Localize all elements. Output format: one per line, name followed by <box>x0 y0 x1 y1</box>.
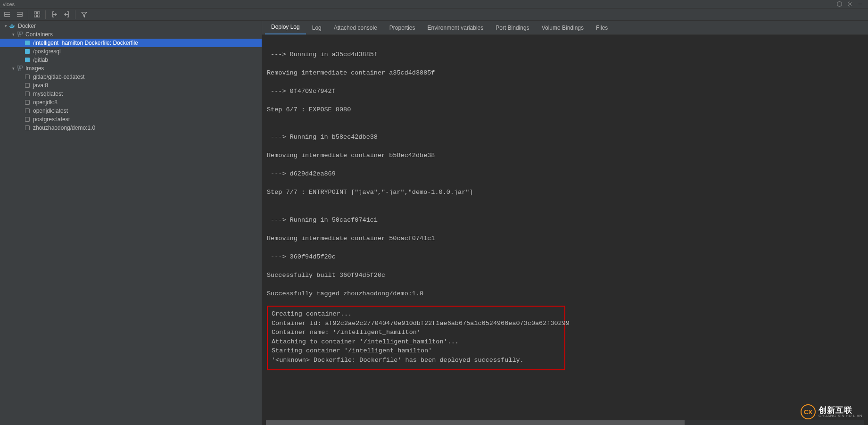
minimize-icon[interactable] <box>857 1 863 8</box>
tab-label: Deploy Log <box>271 24 300 30</box>
svg-rect-10 <box>20 66 23 68</box>
svg-point-1 <box>849 3 851 5</box>
tree-label: /gitlab <box>33 57 48 63</box>
tab-label: Volume Bindings <box>542 25 584 31</box>
watermark-logo-text: CX <box>804 408 812 416</box>
services-tree: ▾ Docker ▾ Containers /intelligent <box>0 21 262 132</box>
tab-label: Attached console <box>334 25 377 31</box>
svg-rect-5 <box>37 15 40 17</box>
svg-rect-9 <box>17 66 20 68</box>
tree-node-images[interactable]: ▾ Images <box>0 64 262 73</box>
tab-label: Environment variables <box>428 25 484 31</box>
tree-item-container[interactable]: /postgresql <box>0 47 262 56</box>
tree-item-container[interactable]: /gitlab <box>0 56 262 64</box>
tree-item-image[interactable]: openjdk:8 <box>0 98 262 107</box>
tree-label: openjdk:8 <box>33 99 58 106</box>
tree-label: openjdk:latest <box>33 108 68 114</box>
watermark-main: 创新互联 <box>818 406 862 414</box>
tree-label: Containers <box>25 31 53 38</box>
chevron-down-icon: ▾ <box>10 66 16 71</box>
tree-label: /postgresql <box>33 48 61 55</box>
container-icon <box>24 56 31 64</box>
tabs-bar: Deploy Log Log Attached console Properti… <box>262 21 868 35</box>
layout-right-icon[interactable] <box>14 9 25 20</box>
tree-label: mysql:latest <box>33 91 63 97</box>
bracket-left-icon[interactable] <box>49 9 59 20</box>
container-icon <box>24 48 31 55</box>
image-icon <box>24 116 31 123</box>
svg-rect-4 <box>34 15 36 17</box>
tree-item-image[interactable]: java:8 <box>0 81 262 90</box>
window-title: vices <box>3 1 15 7</box>
svg-rect-3 <box>37 12 40 14</box>
toolbar-separator <box>45 10 46 19</box>
layout-split-icon[interactable] <box>32 9 42 20</box>
tree-item-image[interactable]: zhouzhaodong/demo:1.0 <box>0 124 262 132</box>
gear-icon[interactable] <box>846 1 853 8</box>
tree-label: postgres:latest <box>33 116 70 123</box>
tab-properties[interactable]: Properties <box>383 21 422 34</box>
tab-label: Port Bindings <box>496 25 529 31</box>
dial-icon[interactable] <box>836 1 843 8</box>
tree-node-docker[interactable]: ▾ Docker <box>0 22 262 30</box>
tree-node-containers[interactable]: ▾ Containers <box>0 30 262 39</box>
tree-label: java:8 <box>33 82 48 89</box>
tab-label: Files <box>596 25 608 31</box>
tab-attached-console[interactable]: Attached console <box>328 21 383 34</box>
tab-port-bindings[interactable]: Port Bindings <box>489 21 535 34</box>
tab-volume-bindings[interactable]: Volume Bindings <box>536 21 590 34</box>
horizontal-scrollbar[interactable] <box>266 420 864 425</box>
tab-env-vars[interactable]: Environment variables <box>422 21 490 34</box>
tab-log[interactable]: Log <box>306 21 328 34</box>
deploy-log-panel[interactable]: ---> Running in a35cd4d3885f Removing in… <box>262 35 868 420</box>
chevron-down-icon: ▾ <box>3 24 8 28</box>
tree-label: gitlab/gitlab-ce:latest <box>33 74 84 80</box>
toolbar-separator <box>28 10 28 19</box>
content-area: Deploy Log Log Attached console Properti… <box>262 21 868 425</box>
docker-icon <box>8 22 16 30</box>
boxes-icon <box>16 31 24 38</box>
scrollbar-thumb[interactable] <box>266 420 685 425</box>
tab-deploy-log[interactable]: Deploy Log <box>265 21 306 34</box>
image-icon <box>24 99 31 106</box>
sidebar: ▾ Docker ▾ Containers /intelligent <box>0 21 262 425</box>
image-icon <box>24 124 31 132</box>
watermark-sub: CHUANG XIN HU LIAN <box>818 414 862 418</box>
tree-label: /intelligent_hamilton Dockerfile: Docker… <box>33 40 138 46</box>
layout-left-icon[interactable] <box>2 9 12 20</box>
title-bar: vices <box>0 0 868 8</box>
watermark-logo-icon: CX <box>801 404 816 419</box>
svg-rect-2 <box>34 12 36 14</box>
image-icon <box>24 82 31 89</box>
tree-item-container[interactable]: /intelligent_hamilton Dockerfile: Docker… <box>0 39 262 47</box>
filter-icon[interactable] <box>79 9 89 20</box>
deploy-log-text: ---> Running in a35cd4d3885f Removing in… <box>267 41 863 298</box>
tree-label: Docker <box>18 23 36 29</box>
tab-files[interactable]: Files <box>590 21 614 34</box>
tab-label: Properties <box>389 25 415 31</box>
image-icon <box>24 90 31 98</box>
tab-label: Log <box>312 25 322 31</box>
container-icon <box>24 39 31 47</box>
tree-item-image[interactable]: gitlab/gitlab-ce:latest <box>0 73 262 81</box>
toolbar-separator <box>75 10 75 19</box>
image-icon <box>24 73 31 81</box>
chevron-down-icon: ▾ <box>10 32 16 37</box>
deploy-log-boxed-text: Creating container... Container Id: af92… <box>272 309 561 365</box>
svg-rect-6 <box>17 32 20 34</box>
watermark: CX 创新互联 CHUANG XIN HU LIAN <box>801 404 862 419</box>
tree-item-image[interactable]: mysql:latest <box>0 90 262 98</box>
highlight-annotation-box: Creating container... Container Id: af92… <box>267 306 565 370</box>
tree-label: zhouzhaodong/demo:1.0 <box>33 125 95 131</box>
svg-rect-7 <box>20 32 23 34</box>
boxes-icon <box>16 65 24 72</box>
svg-rect-11 <box>19 69 21 71</box>
svg-rect-8 <box>19 35 21 37</box>
bracket-right-icon[interactable] <box>61 9 72 20</box>
tree-item-image[interactable]: postgres:latest <box>0 115 262 124</box>
tree-label: Images <box>25 65 44 72</box>
image-icon <box>24 107 31 115</box>
toolbar <box>0 8 868 21</box>
tree-item-image[interactable]: openjdk:latest <box>0 107 262 115</box>
